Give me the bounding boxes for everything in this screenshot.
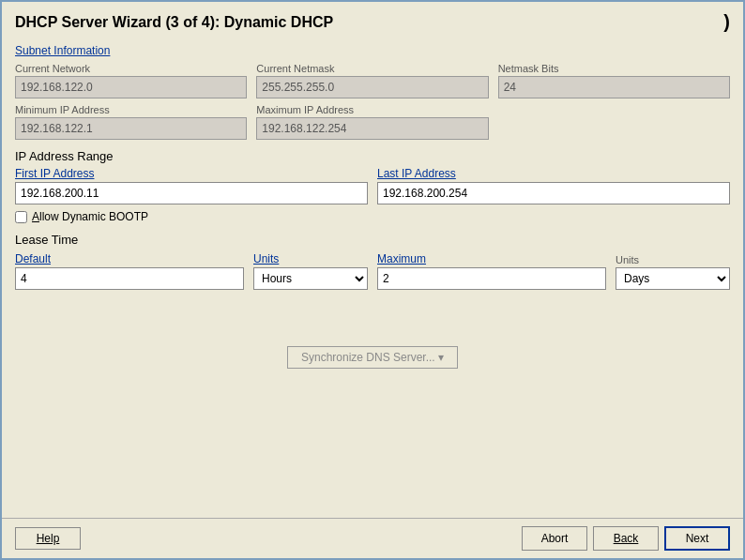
max-lease-field: Maximum: [377, 252, 606, 290]
ip-range-section: IP Address Range First IP Address Last I…: [15, 149, 730, 223]
default-lease-input[interactable]: [15, 267, 244, 290]
next-button[interactable]: Next: [664, 526, 730, 551]
netmask-bits-field: Netmask Bits: [498, 63, 730, 98]
default-lease-field: Default: [15, 252, 244, 290]
current-netmask-label: Current Netmask: [256, 63, 488, 74]
default-units-field: Units Seconds Minutes Hours Days: [253, 252, 368, 290]
last-ip-field: Last IP Address: [377, 167, 730, 204]
default-lease-label: Default: [15, 252, 244, 265]
netmask-bits-input: [498, 76, 730, 98]
moon-icon: ): [723, 11, 730, 33]
subnet-section-label: Subnet Information: [15, 44, 730, 57]
allow-bootp-checkbox[interactable]: [15, 211, 27, 223]
footer-right: Abort Back Next: [522, 526, 730, 551]
footer: Help Abort Back Next: [2, 518, 743, 558]
lease-section-label: Lease Time: [15, 233, 730, 247]
default-units-select[interactable]: Seconds Minutes Hours Days: [253, 267, 368, 290]
footer-left: Help: [15, 527, 81, 550]
current-network-label: Current Network: [15, 63, 247, 74]
current-network-input: [15, 76, 247, 98]
max-units-label: Units: [616, 254, 730, 265]
first-ip-label: First IP Address: [15, 167, 368, 180]
max-units-select[interactable]: Seconds Minutes Hours Days: [616, 267, 730, 290]
max-lease-input[interactable]: [377, 267, 606, 290]
subnet-row-1: Current Network Current Netmask Netmask …: [15, 63, 730, 98]
dialog-title: DHCP Server Wizard (3 of 4): Dynamic DHC…: [15, 14, 333, 31]
netmask-bits-label: Netmask Bits: [498, 63, 730, 74]
bootp-row: Allow Dynamic BOOTP: [15, 210, 730, 223]
help-button[interactable]: Help: [15, 527, 81, 550]
lease-row: Default Units Seconds Minutes Hours Days…: [15, 252, 730, 290]
min-ip-label: Minimum IP Address: [15, 104, 247, 115]
ip-range-row: First IP Address Last IP Address: [15, 167, 730, 204]
max-lease-label: Maximum: [377, 252, 606, 265]
max-ip-label: Maximum IP Address: [256, 104, 488, 115]
max-ip-field: Maximum IP Address: [256, 104, 488, 140]
dialog: DHCP Server Wizard (3 of 4): Dynamic DHC…: [0, 0, 745, 560]
min-ip-input: [15, 117, 247, 140]
default-units-label: Units: [253, 252, 368, 265]
current-netmask-input: [256, 76, 488, 98]
first-ip-field: First IP Address: [15, 167, 368, 204]
max-units-field: Units Seconds Minutes Hours Days: [616, 254, 730, 290]
first-ip-input[interactable]: [15, 182, 368, 204]
subnet-row-2: Minimum IP Address Maximum IP Address: [15, 104, 730, 140]
max-ip-input: [256, 117, 488, 140]
content-area: Subnet Information Current Network Curre…: [2, 38, 743, 518]
last-ip-label: Last IP Address: [377, 167, 730, 180]
current-netmask-field: Current Netmask: [256, 63, 488, 98]
min-ip-field: Minimum IP Address: [15, 104, 247, 140]
back-button[interactable]: Back: [593, 526, 659, 551]
title-bar: DHCP Server Wizard (3 of 4): Dynamic DHC…: [2, 2, 743, 38]
current-network-field: Current Network: [15, 63, 247, 98]
lease-section: Lease Time Default Units Seconds Minutes…: [15, 233, 730, 290]
last-ip-input[interactable]: [377, 182, 730, 204]
ip-range-label: IP Address Range: [15, 149, 730, 163]
allow-bootp-label: Allow Dynamic BOOTP: [32, 210, 148, 223]
sync-row: Synchronize DNS Server... ▾: [15, 346, 730, 369]
sync-dns-button[interactable]: Synchronize DNS Server... ▾: [287, 346, 458, 369]
abort-button[interactable]: Abort: [522, 526, 587, 551]
